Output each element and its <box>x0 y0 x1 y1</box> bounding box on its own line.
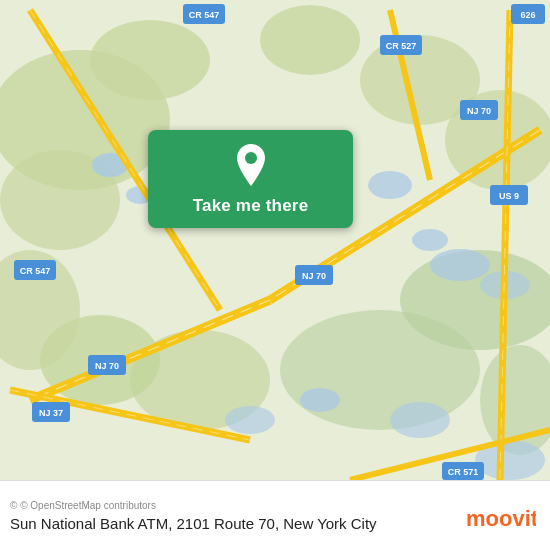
moovit-logo-svg: moovit <box>466 500 536 532</box>
copyright-symbol: © <box>10 500 20 511</box>
svg-text:CR 547: CR 547 <box>20 266 51 276</box>
cta-label: Take me there <box>193 196 309 216</box>
svg-point-17 <box>430 249 490 281</box>
svg-point-8 <box>280 310 480 430</box>
svg-text:moovit: moovit <box>466 506 536 531</box>
svg-point-20 <box>225 406 275 434</box>
svg-text:NJ 37: NJ 37 <box>39 408 63 418</box>
info-bar: © © OpenStreetMap contributors Sun Natio… <box>0 480 550 550</box>
svg-text:CR 547: CR 547 <box>189 10 220 20</box>
svg-point-21 <box>390 402 450 438</box>
svg-point-16 <box>412 229 448 251</box>
svg-text:CR 527: CR 527 <box>386 41 417 51</box>
location-name: Sun National Bank ATM, 2101 Route 70, Ne… <box>10 515 377 532</box>
map-svg: CR 547 CR 527 NJ 70 NJ 70 NJ 70 NJ 37 US… <box>0 0 550 480</box>
take-me-there-button[interactable]: Take me there <box>148 130 353 228</box>
svg-point-15 <box>368 171 412 199</box>
moovit-logo: moovit <box>466 500 536 532</box>
osm-attribution: © © OpenStreetMap contributors <box>10 500 377 511</box>
osm-text: © OpenStreetMap contributors <box>20 500 156 511</box>
svg-text:NJ 70: NJ 70 <box>302 271 326 281</box>
svg-text:626: 626 <box>520 10 535 20</box>
svg-point-4 <box>260 5 360 75</box>
info-left: © © OpenStreetMap contributors Sun Natio… <box>10 500 377 532</box>
svg-point-56 <box>245 152 257 164</box>
svg-text:CR 571: CR 571 <box>448 467 479 477</box>
svg-point-19 <box>300 388 340 412</box>
location-pin-icon <box>233 144 269 188</box>
svg-text:US 9: US 9 <box>499 191 519 201</box>
svg-text:NJ 70: NJ 70 <box>467 106 491 116</box>
map-view: CR 547 CR 527 NJ 70 NJ 70 NJ 70 NJ 37 US… <box>0 0 550 480</box>
svg-point-3 <box>90 20 210 100</box>
svg-text:NJ 70: NJ 70 <box>95 361 119 371</box>
